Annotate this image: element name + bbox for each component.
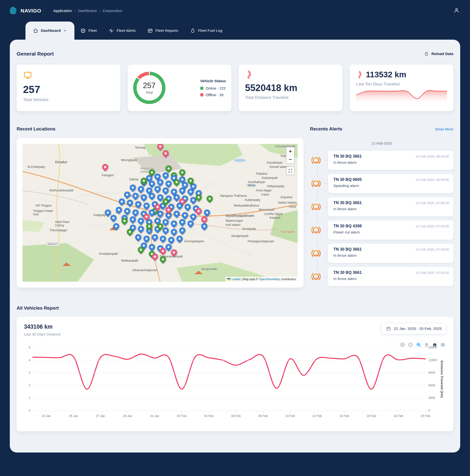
map-card: TanmagAchankuttapattiKuppanOmalurMoongil… — [17, 138, 304, 288]
axis-tick-label: 5 — [29, 346, 30, 349]
attribution-text: | Map data © — [241, 277, 258, 281]
axis-tick-label: 08 Feb — [258, 414, 268, 418]
zoom-out-icon[interactable] — [408, 342, 413, 348]
total-distance-label: Total Distance Traveled — [245, 95, 336, 100]
user-icon[interactable] — [453, 7, 460, 15]
tab-fleet[interactable]: Fleet — [74, 21, 103, 40]
breadcrumb-separator: › — [74, 9, 76, 13]
distance-line-chart[interactable] — [33, 348, 425, 411]
map-place-label: Sarkar Nattam — [278, 201, 297, 204]
offline-label: Offline - 35 — [206, 93, 224, 97]
axis-tick-label: 1 — [29, 396, 30, 400]
tab-fleet-alerts[interactable]: Fleet Alerts — [103, 21, 141, 40]
attribution-text: contributors — [281, 277, 296, 281]
map-place-label: M.Chettipatty — [27, 165, 45, 169]
map-zoom-out-button[interactable]: − — [286, 155, 294, 164]
recent-locations-title: Recent Locations — [17, 126, 55, 132]
alert-item[interactable]: TN 30 BQ 4398 Power cut alarm 21 Feb 202… — [310, 221, 453, 239]
alert-item[interactable]: TN 30 BQ 3661 In fence alarm 21 Feb 2025… — [310, 151, 453, 170]
legend-offline: Offline - 35 — [200, 93, 226, 97]
alert-item[interactable]: TN 30 BQ 3661 In fence alarm 21 Feb 2025… — [310, 267, 453, 286]
brake-alarm-icon — [310, 177, 322, 190]
map-canvas[interactable]: TanmagAchankuttapattiKuppanOmalurMoongil… — [22, 144, 298, 282]
home-icon — [33, 28, 38, 34]
reload-icon — [424, 52, 429, 56]
map-place-label: Periyagoundapuram — [248, 240, 274, 243]
tab-label: Fleet Reports — [156, 28, 178, 33]
online-label: Online - 222 — [206, 86, 226, 90]
map-fullscreen-button[interactable] — [286, 166, 295, 175]
brake-alarm-icon — [310, 154, 322, 166]
map-place-label: Muthunaickenpatti — [50, 189, 73, 192]
total-vehicles-label: Total Vehicles — [23, 97, 114, 102]
axis-tick — [317, 411, 317, 412]
menu-icon[interactable] — [440, 342, 446, 348]
axis-tick-label: 04 Feb — [204, 414, 214, 418]
timeline-connector — [324, 160, 328, 161]
date-range-picker[interactable]: 22 Jan, 2025 - 20 Feb, 2025 — [382, 323, 446, 334]
map-place-label: Anna Nagar — [256, 189, 271, 192]
card-vehicle-status: 257 Total Vehicle Status Online - 222 Of… — [128, 65, 232, 111]
axis-tick-label: 2 — [29, 384, 30, 387]
axis-tick — [101, 411, 101, 412]
breadcrumb-application[interactable]: Application — [53, 9, 72, 13]
axis-tick-label: 25 Jan — [69, 414, 78, 418]
map-place-label: Jarugumalai — [201, 268, 217, 271]
tab-dashboard[interactable]: Dashboard — [25, 21, 74, 40]
axis-tick — [209, 411, 209, 412]
reload-data-button[interactable]: Reload Data — [424, 52, 453, 56]
axis-tick — [371, 411, 372, 412]
breadcrumb-separator: › — [99, 9, 100, 13]
road-icon — [356, 71, 364, 78]
alert-plate: TN 30 BQ 3661 — [333, 247, 362, 252]
map-zoom-in-button[interactable]: + — [286, 147, 294, 155]
alert-item[interactable]: TN 30 BQ 3661 In fence alarm 21 Feb 2025… — [310, 197, 453, 216]
map-place-label: Sukkampatti — [261, 176, 278, 180]
alert-time: 21 Feb 2025, 08:02:00 — [416, 154, 449, 170]
gridline — [33, 348, 425, 348]
chart-headline: 343106 km — [24, 323, 61, 330]
all-vehicles-report-title: All Vehicles Report — [17, 306, 453, 311]
gridline — [33, 385, 425, 386]
tab-fleet-reports[interactable]: Fleet Reports — [141, 21, 184, 40]
axis-tick-label: 0 — [29, 409, 30, 412]
selection-zoom-icon[interactable] — [416, 342, 421, 348]
axis-tick-label: 14 Feb — [340, 414, 349, 418]
report-icon — [147, 28, 153, 34]
map-place-label: Thoppur Power Grid — [33, 209, 53, 216]
axis-tick-label: 15000 — [428, 346, 437, 349]
leaflet-link[interactable]: Leaflet — [232, 277, 240, 281]
osm-link[interactable]: OpenStreetMap — [259, 277, 280, 281]
timeline-connector — [324, 276, 328, 277]
alert-item[interactable]: TN 30 BQ 3661 In fence alarm 21 Feb 2025… — [310, 244, 453, 263]
map-place-label: Mettupattithathanur — [234, 204, 259, 207]
axis-tick-label: 12000 — [428, 358, 437, 362]
map-place-label: Vazhapadi — [281, 230, 295, 234]
show-more-link[interactable]: Show More — [435, 127, 453, 131]
brake-alarm-icon — [310, 224, 322, 236]
axis-tick-label: 6000 — [428, 384, 435, 387]
legend-online: Online - 222 — [200, 86, 226, 90]
y-axis-right-title: Distance Traveled (km) — [440, 348, 446, 411]
pulse-icon — [108, 28, 114, 34]
reload-label: Reload Data — [431, 52, 453, 56]
map-place-label: Arunthathiyar Street — [248, 181, 265, 187]
axis-tick — [398, 411, 399, 412]
navigo-logo — [8, 6, 18, 16]
vehicle-status-legend-title: Vehicle Status — [200, 79, 226, 83]
breadcrumb-dashboard[interactable]: Dashboard — [78, 9, 97, 13]
alert-message: In fence alarm — [333, 207, 362, 211]
alert-item[interactable]: TN 30 BQ 0605 Speeding alarm 21 Feb 2025… — [310, 174, 453, 193]
axis-tick — [73, 411, 74, 412]
map-place-label: Varagampadi — [231, 235, 248, 238]
map-place-label: Velliyampatty — [267, 185, 284, 188]
monitor-icon — [23, 70, 114, 80]
map-place-label: Loorthu Nagar — [264, 212, 283, 216]
zoom-in-icon[interactable] — [400, 342, 405, 348]
map-place-label: Steel Plant Colony — [55, 221, 69, 227]
axis-tick-label: 4 — [29, 358, 30, 362]
tab-fleet-fuel-log[interactable]: Fleet Fuel Log — [184, 21, 228, 40]
alert-message: In fence alarm — [333, 276, 362, 281]
axis-tick-label: 20 Feb — [421, 414, 430, 418]
brake-alarm-icon — [310, 271, 322, 283]
